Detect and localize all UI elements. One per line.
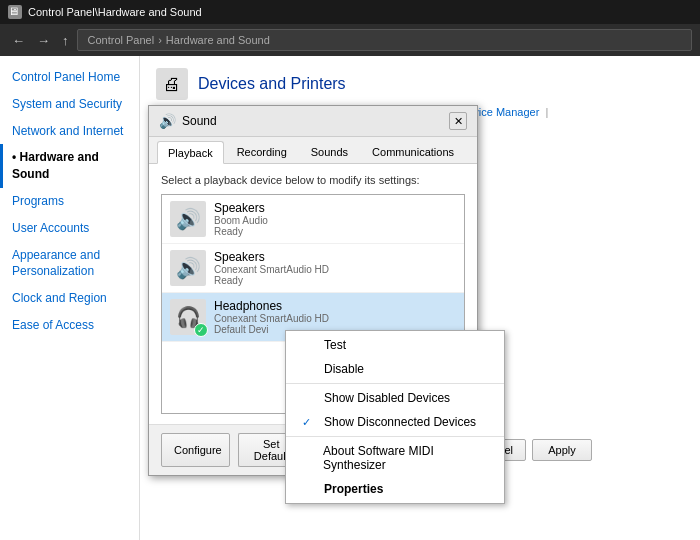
title-bar-icon: 🖥 [8,5,22,19]
speakers-conexant-sub1: Conexant SmartAudio HD [214,264,456,275]
dialog-title-text: Sound [182,114,217,128]
devices-icon: 🖨 [156,68,188,100]
forward-button[interactable]: → [33,31,54,50]
context-menu: Test Disable Show Disabled Devices ✓ Sho… [285,330,505,504]
headphones-name: Headphones [214,299,456,313]
dialog-instruction: Select a playback device below to modify… [161,174,465,186]
headphones-sub1: Conexant SmartAudio HD [214,313,456,324]
sidebar-item-hardware-sound[interactable]: Hardware and Sound [0,144,139,188]
devices-title[interactable]: Devices and Printers [198,75,346,93]
up-button[interactable]: ↑ [58,31,73,50]
dialog-close-button[interactable]: ✕ [449,112,467,130]
breadcrumb-current: Hardware and Sound [166,34,270,46]
sidebar-item-system-security[interactable]: System and Security [0,91,139,118]
context-menu-sep1 [286,383,504,384]
sidebar-item-clock-region[interactable]: Clock and Region [0,285,139,312]
sidebar-item-appearance-personalization[interactable]: Appearance and Personalization [0,242,139,286]
sidebar-item-network-internet[interactable]: Network and Internet [0,118,139,145]
speakers-boom-sub1: Boom Audio [214,215,456,226]
sidebar: Control Panel Home System and Security N… [0,56,140,540]
breadcrumb-sep: › [158,34,162,46]
context-menu-properties[interactable]: Properties [286,477,504,501]
context-menu-disable[interactable]: Disable [286,357,504,381]
default-badge: ✓ [194,323,208,337]
context-menu-sep2 [286,436,504,437]
speakers-conexant-info: Speakers Conexant SmartAudio HD Ready [214,250,456,286]
dialog-title-bar[interactable]: 🔊 Sound ✕ [149,106,477,137]
configure-button[interactable]: Configure [161,433,230,467]
devices-printers-header: 🖨 Devices and Printers [156,68,684,100]
speakers-boom-name: Speakers [214,201,456,215]
title-bar: 🖥 Control Panel\Hardware and Sound [0,0,700,24]
breadcrumb: Control Panel › Hardware and Sound [77,29,693,51]
tab-bar: Playback Recording Sounds Communications [149,137,477,164]
sidebar-item-programs[interactable]: Programs [0,188,139,215]
breadcrumb-root[interactable]: Control Panel [88,34,155,46]
context-menu-test[interactable]: Test [286,333,504,357]
tab-recording[interactable]: Recording [226,141,298,163]
headphones-icon: 🎧 ✓ [170,299,206,335]
context-menu-about-midi[interactable]: About Software MIDI Synthesizer [286,439,504,477]
context-menu-show-disconnected[interactable]: ✓ Show Disconnected Devices [286,410,504,434]
sound-icon: 🔊 [159,113,176,129]
device-item-speakers-conexant[interactable]: 🔊 Speakers Conexant SmartAudio HD Ready [162,244,464,293]
title-bar-text: Control Panel\Hardware and Sound [28,6,202,18]
address-bar: ← → ↑ Control Panel › Hardware and Sound [0,24,700,56]
speakers-boom-icon: 🔊 [170,201,206,237]
back-button[interactable]: ← [8,31,29,50]
speakers-boom-info: Speakers Boom Audio Ready [214,201,456,237]
speakers-boom-sub2: Ready [214,226,456,237]
speakers-conexant-sub2: Ready [214,275,456,286]
sidebar-item-user-accounts[interactable]: User Accounts [0,215,139,242]
speakers-conexant-name: Speakers [214,250,456,264]
dialog-title-left: 🔊 Sound [159,113,217,129]
context-menu-show-disabled[interactable]: Show Disabled Devices [286,386,504,410]
tab-sounds[interactable]: Sounds [300,141,359,163]
tab-playback[interactable]: Playback [157,141,224,164]
tab-communications[interactable]: Communications [361,141,465,163]
apply-button[interactable]: Apply [532,439,592,461]
sidebar-item-control-panel-home[interactable]: Control Panel Home [0,64,139,91]
device-item-speakers-boom[interactable]: 🔊 Speakers Boom Audio Ready [162,195,464,244]
sidebar-item-ease-access[interactable]: Ease of Access [0,312,139,339]
speakers-conexant-icon: 🔊 [170,250,206,286]
